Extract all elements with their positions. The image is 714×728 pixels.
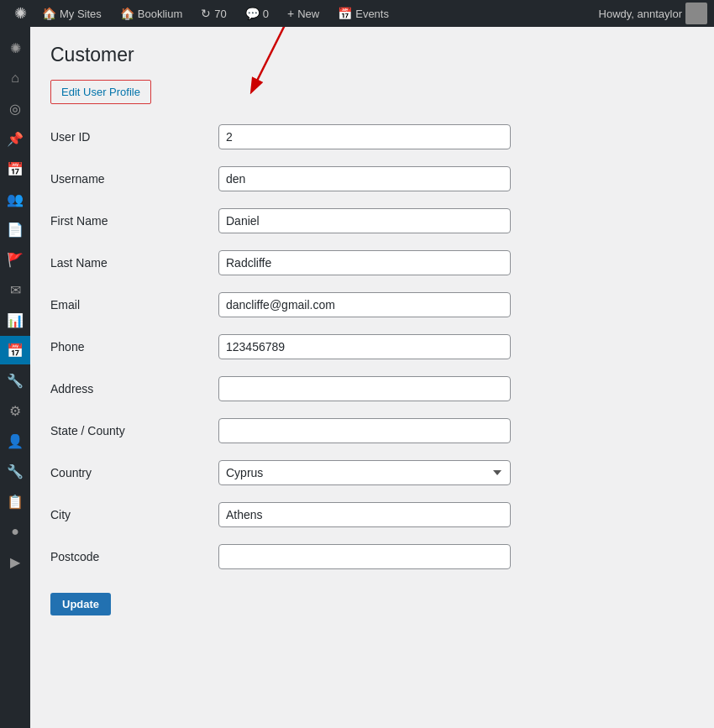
form-row-username: Username — [50, 166, 694, 191]
label-last-name: Last Name — [50, 256, 218, 270]
site-icon: 🏠 — [120, 7, 134, 20]
adminbar-new[interactable]: + New — [279, 0, 328, 27]
select-country[interactable]: Cyprus Greece United Kingdom United Stat… — [218, 460, 511, 485]
label-first-name: First Name — [50, 214, 218, 228]
sidebar-dashboard[interactable]: ⌂ — [0, 64, 30, 92]
sidebar-profile[interactable]: 👤 — [0, 427, 30, 455]
input-username[interactable] — [218, 166, 511, 191]
avatar — [685, 3, 707, 24]
sidebar-users[interactable]: 👥 — [0, 185, 30, 213]
sidebar-flag[interactable]: 🚩 — [0, 245, 30, 274]
label-phone: Phone — [50, 340, 218, 354]
sidebar-dot[interactable]: ● — [0, 517, 30, 546]
form-row-country: Country Cyprus Greece United Kingdom Uni… — [50, 460, 694, 485]
label-address: Address — [50, 382, 218, 395]
label-email: Email — [50, 298, 218, 312]
input-user-id[interactable] — [218, 124, 511, 149]
sidebar-circle[interactable]: ◎ — [0, 94, 30, 123]
sidebar-booking[interactable]: 📅 — [0, 336, 30, 364]
adminbar-events[interactable]: 📅 Events — [329, 0, 397, 27]
input-first-name[interactable] — [218, 208, 511, 233]
sidebar-wp-icon[interactable]: ✺ — [0, 34, 30, 62]
sidebar: ✺ ⌂ ◎ 📌 📅 👥 📄 🚩 ✉ 📊 📅 🔧 ⚙ 👤 🔧 📋 ● ▶ — [0, 27, 30, 728]
plus-icon: + — [287, 7, 294, 20]
events-icon: 📅 — [338, 7, 352, 20]
input-email[interactable] — [218, 292, 511, 317]
sidebar-wrench[interactable]: 🔧 — [0, 457, 30, 485]
form-row-city: City — [50, 502, 694, 527]
input-last-name[interactable] — [218, 250, 511, 275]
adminbar-comments[interactable]: 💬 0 — [237, 0, 277, 27]
adminbar-items: 🏠 My Sites 🏠 Booklium ↻ 70 💬 0 + New 📅 E… — [34, 0, 599, 27]
page-title: Customer — [50, 44, 694, 66]
customer-form: User ID Username First Name Last Name Em… — [50, 124, 694, 615]
label-country: Country — [50, 466, 218, 479]
adminbar-booklium[interactable]: 🏠 Booklium — [112, 0, 191, 27]
label-postcode: Postcode — [50, 550, 218, 563]
adminbar-mysites[interactable]: 🏠 My Sites — [34, 0, 110, 27]
sidebar-play[interactable]: ▶ — [0, 547, 30, 576]
input-city[interactable] — [218, 502, 511, 527]
label-username: Username — [50, 172, 218, 186]
edit-user-profile-link[interactable]: Edit User Profile — [61, 86, 140, 98]
update-button[interactable]: Update — [50, 593, 111, 615]
sidebar-stats[interactable]: 📊 — [0, 306, 30, 334]
form-row-phone: Phone — [50, 334, 694, 359]
sidebar-pages[interactable]: 📄 — [0, 215, 30, 244]
sidebar-pin[interactable]: 📌 — [0, 124, 30, 153]
form-row-state: State / County — [50, 418, 694, 443]
form-row-first-name: First Name — [50, 208, 694, 233]
label-user-id: User ID — [50, 130, 218, 144]
edit-link-box: Edit User Profile — [50, 80, 151, 104]
sidebar-settings[interactable]: ⚙ — [0, 396, 30, 425]
sidebar-calendar[interactable]: 📅 — [0, 155, 30, 183]
sidebar-mail[interactable]: ✉ — [0, 275, 30, 304]
sidebar-tools[interactable]: 🔧 — [0, 366, 30, 395]
wp-logo[interactable]: ✺ — [7, 0, 34, 27]
form-row-last-name: Last Name — [50, 250, 694, 275]
adminbar-user: Howdy, anntaylor — [599, 3, 707, 24]
home-icon: 🏠 — [42, 7, 56, 20]
form-row-user-id: User ID — [50, 124, 694, 149]
sidebar-list[interactable]: 📋 — [0, 487, 30, 516]
form-row-address: Address — [50, 376, 694, 401]
label-city: City — [50, 508, 218, 521]
adminbar-updates[interactable]: ↻ 70 — [192, 0, 234, 27]
admin-bar: ✺ 🏠 My Sites 🏠 Booklium ↻ 70 💬 0 + New 📅… — [0, 0, 714, 27]
form-row-postcode: Postcode — [50, 544, 694, 569]
comments-icon: 💬 — [245, 7, 260, 20]
input-state[interactable] — [218, 418, 511, 443]
input-phone[interactable] — [218, 334, 511, 359]
input-postcode[interactable] — [218, 544, 511, 569]
form-row-email: Email — [50, 292, 694, 317]
updates-icon: ↻ — [201, 7, 211, 20]
input-address[interactable] — [218, 376, 511, 401]
label-state: State / County — [50, 424, 218, 437]
main-content: Customer Edit User Profile User ID — [30, 27, 714, 728]
